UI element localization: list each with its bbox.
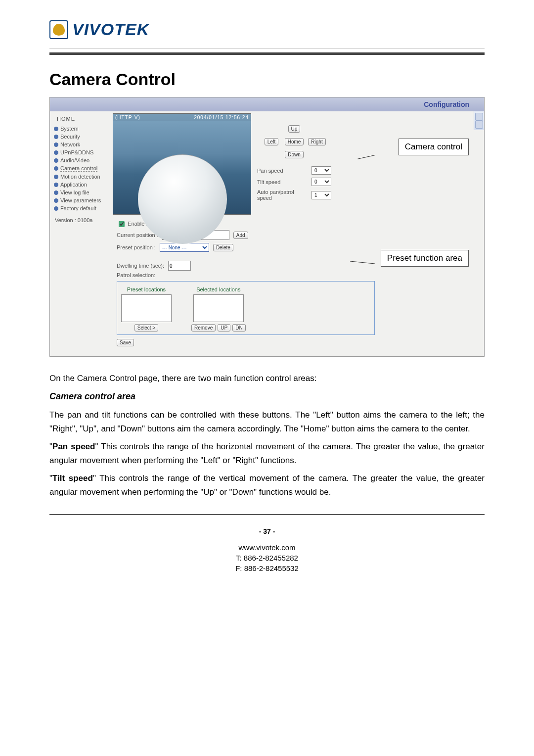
dpad: Up Left Home Right Down [257, 123, 331, 160]
auto-speed-select[interactable]: 1 [312, 191, 331, 199]
page-title: Camera Control [49, 70, 485, 89]
camera-preview: (HTTP-V) 2004/01/15 12:56:24 [113, 113, 251, 215]
brand-text: VIVOTEK [72, 20, 149, 39]
up-button[interactable]: Up [288, 125, 301, 133]
nav-security[interactable]: Security [54, 133, 111, 141]
bullet-icon [54, 198, 58, 203]
pan-speed-select[interactable]: 0 [312, 166, 331, 175]
nav-home[interactable]: HOME [54, 114, 111, 125]
bullet-icon [54, 135, 58, 139]
remove-button[interactable]: Remove [191, 324, 216, 331]
para-pan-speed: "Pan speed" This controls the range of t… [49, 440, 485, 468]
camera-control-panel: Up Left Home Right Down Pan speed 0 Tilt… [257, 113, 331, 202]
brand-header: VIVOTEK [49, 20, 485, 39]
annotation-camera-control: Camera control [399, 139, 469, 155]
nav-motion[interactable]: Motion detection [54, 173, 111, 181]
current-pos-label: Current position : [117, 232, 158, 238]
enable-ir-checkbox[interactable] [119, 221, 125, 227]
preset-locations-list[interactable] [121, 294, 172, 322]
version-label: Version : 0100a [54, 212, 111, 223]
para-camera-control: The pan and tilt functions can be contro… [49, 408, 485, 436]
bullet-icon [54, 183, 58, 187]
scroll-down-icon[interactable] [475, 121, 483, 129]
intro-paragraph: On the Camera Control page, there are tw… [49, 372, 485, 385]
tilt-speed-term: Tilt speed [52, 473, 93, 483]
delete-button[interactable]: Delete [213, 244, 233, 251]
home-button[interactable]: Home [285, 138, 304, 145]
body-text: On the Camera Control page, there are tw… [49, 372, 485, 499]
pan-speed-label: Pan speed [257, 168, 283, 174]
select-button[interactable]: Select > [134, 324, 158, 331]
preview-timestamp: 2004/01/15 12:56:24 [194, 115, 249, 120]
bullet-icon [54, 190, 58, 195]
preset-locations-head: Preset locations [127, 286, 166, 292]
move-up-button[interactable]: UP [218, 324, 230, 331]
page-footer: - 37 - www.vivotek.com T: 886-2-82455282… [49, 527, 485, 573]
header-divider-thin [49, 48, 485, 48]
tilt-speed-label: Tilt speed [257, 179, 280, 185]
embedded-screenshot: Configuration HOME System Security Netwo… [49, 97, 485, 357]
bullet-icon [54, 127, 58, 131]
nav-network[interactable]: Network [54, 141, 111, 148]
nav-factory[interactable]: Factory default [54, 204, 111, 212]
footer-divider [49, 514, 485, 515]
annotation-column: Camera control Preset function area [375, 111, 474, 131]
page-number: - 37 - [49, 527, 485, 535]
scroll-up-icon[interactable] [475, 113, 483, 121]
left-button[interactable]: Left [265, 138, 279, 145]
bullet-icon [54, 206, 58, 211]
preset-pos-label: Preset position : [117, 244, 156, 250]
down-button[interactable]: Down [285, 151, 304, 158]
nav-camera-control[interactable]: Camera control [54, 164, 111, 173]
bullet-icon [54, 166, 58, 171]
bullet-icon [54, 142, 58, 147]
selected-locations-list[interactable] [193, 294, 244, 322]
footer-tel: T: 886-2-82455282 [49, 553, 485, 563]
add-button[interactable]: Add [233, 232, 248, 239]
para-tilt-speed: "Tilt speed" This controls the range of … [49, 472, 485, 499]
auto-speed-label: Auto pan/patrol speed [257, 189, 302, 201]
footer-url: www.vivotek.com [49, 542, 485, 553]
nav-system[interactable]: System [54, 125, 111, 133]
pan-speed-term: Pan speed [52, 442, 95, 451]
nav-viewlog[interactable]: View log file [54, 189, 111, 196]
scrollbar[interactable] [474, 111, 484, 130]
brand-icon [49, 20, 68, 39]
tilt-speed-select[interactable]: 0 [312, 178, 331, 186]
header-divider-thick [49, 52, 485, 55]
sub-heading-camera-control: Camera control area [49, 389, 485, 404]
bullet-icon [54, 175, 58, 179]
annotation-preset-function: Preset function area [381, 250, 469, 267]
nav-viewparams[interactable]: View parameters [54, 196, 111, 204]
patrol-frame: Preset locations Select > Selected locat… [117, 281, 375, 335]
selected-locations-head: Selected locations [196, 286, 240, 292]
bullet-icon [54, 158, 58, 163]
move-down-button[interactable]: DN [232, 324, 245, 331]
main-panel: (HTTP-V) 2004/01/15 12:56:24 Up Left Hom… [113, 111, 375, 356]
patrol-label: Patrol selection: [117, 272, 375, 278]
dwell-label: Dwelling time (sec): [117, 263, 164, 269]
camera-dome-graphic [138, 154, 227, 244]
nav-upnpddns[interactable]: UPnP&DDNS [54, 148, 111, 156]
footer-fax: F: 886-2-82455532 [49, 563, 485, 573]
config-bar: Configuration [50, 97, 484, 111]
save-button[interactable]: Save [117, 339, 134, 346]
side-nav: HOME System Security Network UPnP&DDNS A… [50, 111, 113, 228]
preset-panel: Enable IR control Current position : Add… [113, 215, 375, 351]
dwell-input[interactable] [168, 261, 191, 271]
right-button[interactable]: Right [308, 138, 325, 145]
bullet-icon [54, 150, 58, 155]
nav-application[interactable]: Application [54, 181, 111, 189]
preset-pos-select[interactable]: --- None --- [160, 243, 209, 252]
config-label: Configuration [424, 100, 469, 108]
preview-protocol: (HTTP-V) [115, 115, 140, 120]
nav-audiovideo[interactable]: Audio/Video [54, 156, 111, 164]
